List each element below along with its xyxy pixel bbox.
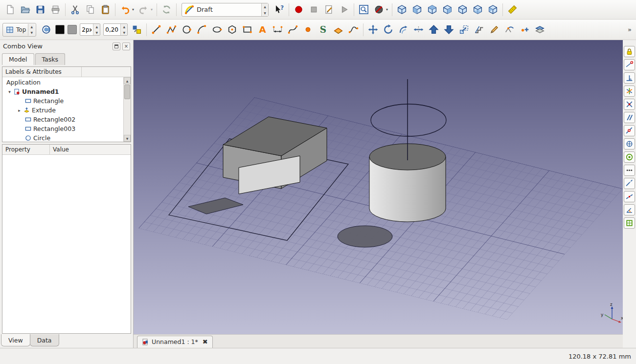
tree-item-rectangle002[interactable]: Rectangle002 [2, 115, 123, 124]
line-width-spin-arrows[interactable]: ▲▼ [93, 24, 100, 35]
draft-circle-button[interactable] [179, 22, 194, 37]
close-panel-button[interactable]: × [122, 43, 130, 50]
workbench-spin-arrows[interactable]: ▲▼ [261, 3, 268, 16]
macro-play-button[interactable] [337, 2, 352, 17]
open-document-button[interactable] [18, 2, 33, 17]
draft-edit-button[interactable] [487, 22, 502, 37]
snap-endpoint-button[interactable] [624, 59, 635, 70]
draft-add-point-button[interactable] [517, 22, 532, 37]
spin-down-icon[interactable]: ▼ [28, 30, 35, 36]
draft-bspline-button[interactable] [285, 22, 300, 37]
scroll-up-icon[interactable]: ▲ [124, 77, 131, 84]
undo-dropdown-caret-icon[interactable]: ▾ [131, 7, 136, 12]
face-color-swatch[interactable] [68, 25, 77, 34]
copy-button[interactable] [83, 2, 98, 17]
macro-stop-button[interactable] [306, 2, 321, 17]
tree-item-document[interactable]: ▾ Unnamed1 [2, 87, 123, 96]
line-color-swatch[interactable] [55, 25, 65, 34]
snap-center-button[interactable] [624, 151, 635, 163]
document-tab[interactable]: Unnamed1 : 1* ✖ [137, 336, 213, 348]
draft-shapestring-button[interactable]: S [316, 22, 331, 37]
snap-dimensions-button[interactable] [624, 165, 635, 176]
tab-view[interactable]: View [1, 334, 30, 346]
refresh-button[interactable] [159, 2, 174, 17]
view-right-button[interactable] [440, 2, 455, 17]
snap-midpoint-button[interactable] [624, 191, 635, 202]
close-tab-icon[interactable]: ✖ [203, 338, 208, 345]
plane-spin-arrows[interactable]: ▲▼ [28, 24, 35, 36]
tab-model[interactable]: Model [2, 53, 34, 65]
draft-point-button[interactable] [300, 22, 316, 37]
view-front-button[interactable] [409, 2, 425, 17]
scrollbar-thumb[interactable] [124, 85, 130, 99]
tree-scrollbar[interactable]: ▲ ▼ [123, 77, 131, 142]
draft-line-button[interactable] [149, 22, 164, 37]
spin-up-icon[interactable]: ▲ [93, 24, 100, 30]
draft-shape2dview-button[interactable] [472, 22, 487, 37]
workbench-selector[interactable]: Draft ▲▼ [182, 3, 269, 17]
float-panel-button[interactable] [113, 43, 120, 50]
tree-item-circle[interactable]: Circle [2, 133, 123, 142]
whats-this-button[interactable]: ? [272, 2, 287, 17]
property-column-header[interactable]: Property [2, 145, 50, 154]
line-width-spinbox[interactable]: ▲▼ [80, 23, 100, 36]
working-plane-button[interactable]: Top ▲▼ [2, 23, 36, 37]
expander-closed-icon[interactable]: ▸ [17, 108, 22, 113]
snap-angle-button[interactable] [624, 204, 635, 215]
draft-wire-button[interactable] [164, 22, 179, 37]
spin-down-icon[interactable]: ▼ [121, 30, 127, 36]
snap-intersection-button[interactable] [624, 99, 635, 110]
snap-parallel-button[interactable] [624, 112, 635, 123]
spin-down-icon[interactable]: ▼ [93, 30, 100, 36]
draft-layers-button[interactable] [532, 22, 547, 37]
tree-item-application[interactable]: Application [2, 78, 123, 87]
snap-perpendicular-button[interactable] [624, 72, 635, 84]
view-rear-button[interactable] [455, 2, 470, 17]
view-axonometric-button[interactable] [394, 2, 409, 17]
snap-special-button[interactable] [624, 86, 635, 97]
tree-item-extrude[interactable]: ▸ Extrude [2, 106, 123, 115]
draft-ellipse-button[interactable] [209, 22, 225, 37]
line-width-input[interactable] [80, 24, 93, 35]
draft-scale-button[interactable] [456, 22, 472, 37]
scroll-down-icon[interactable]: ▼ [124, 135, 131, 142]
value-column-header[interactable]: Value [50, 145, 131, 154]
circle-face[interactable] [338, 226, 392, 247]
spin-up-icon[interactable]: ▲ [121, 24, 127, 30]
draft-arc-button[interactable] [194, 22, 209, 37]
snap-near-button[interactable] [624, 125, 635, 136]
macro-edit-button[interactable] [321, 2, 337, 17]
spin-up-icon[interactable]: ▲ [262, 3, 268, 10]
draft-bezier-button[interactable] [346, 22, 361, 37]
snap-lock-button[interactable] [624, 46, 635, 57]
tree-item-rectangle003[interactable]: Rectangle003 [2, 124, 123, 133]
draft-move-button[interactable] [365, 22, 381, 37]
draft-upgrade-button[interactable] [426, 22, 441, 37]
zoom-fit-button[interactable] [356, 2, 371, 17]
view-top-button[interactable] [425, 2, 440, 17]
expander-open-icon[interactable]: ▾ [7, 89, 12, 94]
tab-data[interactable]: Data [30, 334, 59, 346]
draw-style-dropdown-caret-icon[interactable]: ▾ [385, 7, 389, 12]
draft-text-button[interactable]: A [255, 22, 270, 37]
new-document-button[interactable] [2, 2, 18, 17]
save-document-button[interactable] [33, 2, 48, 17]
measure-distance-button[interactable] [505, 2, 520, 17]
paste-button[interactable] [98, 2, 113, 17]
draft-rectangle-button[interactable] [240, 22, 255, 37]
draft-offset-button[interactable] [396, 22, 411, 37]
draft-facebinder-button[interactable] [331, 22, 346, 37]
macro-record-button[interactable] [291, 2, 306, 17]
view-left-button[interactable] [485, 2, 500, 17]
draft-dimension-button[interactable] [270, 22, 285, 37]
spin-down-icon[interactable]: ▼ [262, 10, 268, 16]
apply-style-button[interactable] [129, 22, 144, 37]
view-bottom-button[interactable] [470, 2, 485, 17]
construction-mode-button[interactable] [39, 22, 54, 37]
snap-ortho-button[interactable] [624, 138, 635, 150]
snap-working-plane-button[interactable] [624, 217, 635, 229]
snap-extension-button[interactable] [624, 178, 635, 189]
tree-item-rectangle[interactable]: Rectangle [2, 96, 123, 106]
scale-spin-arrows[interactable]: ▲▼ [120, 24, 127, 35]
redo-dropdown-caret-icon[interactable]: ▾ [149, 7, 154, 12]
